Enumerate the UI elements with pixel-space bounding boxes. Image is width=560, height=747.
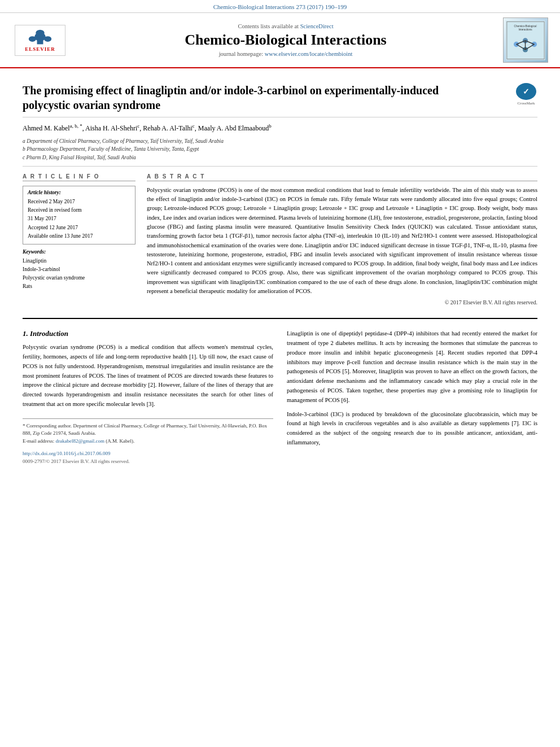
- doi-section: http://dx.doi.org/10.1016/j.cbi.2017.06.…: [23, 451, 273, 456]
- intro-right-text: Linagliptin is one of dipeptidyl peptida…: [287, 329, 537, 448]
- footnote-email[interactable]: drakabel82@gmail.com: [55, 438, 104, 444]
- svg-text:Chemico-Biological: Chemico-Biological: [514, 24, 537, 27]
- main-content: The promising effect of linagliptin and/…: [0, 68, 560, 470]
- body-right-column: Linagliptin is one of dipeptidyl peptida…: [287, 329, 537, 464]
- journal-cover-area: Chemico-Biological Interactions: [500, 18, 551, 63]
- doi-url[interactable]: http://dx.doi.org/10.1016/j.cbi.2017.06.…: [23, 451, 273, 456]
- accepted-date: Accepted 12 June 2017: [28, 224, 130, 232]
- footnote-suffix: (A.M. Kabel).: [106, 438, 134, 444]
- journal-header: ELSEVIER Contents lists available at Sci…: [0, 13, 560, 68]
- sciencedirect-link[interactable]: ScienceDirect: [300, 23, 334, 29]
- svg-text:Interactions: Interactions: [518, 28, 532, 31]
- author2-name: , Aisha H. Al-Shehri: [82, 124, 138, 132]
- svg-point-3: [44, 36, 51, 42]
- body-left-column: 1. Introduction Polycystic ovarian syndr…: [23, 329, 273, 464]
- author3-name: , Rehab A. Al-Talhi: [139, 124, 192, 132]
- keyword-4: Rats: [23, 282, 135, 291]
- svg-point-2: [29, 36, 36, 42]
- journal-citation: Chemico-Biological Interactions 273 (201…: [0, 0, 560, 13]
- journal-cover-image: Chemico-Biological Interactions: [503, 18, 548, 63]
- author1-sup: a, b, *: [70, 123, 82, 129]
- cover-graphic: Chemico-Biological Interactions: [506, 19, 545, 62]
- abstract-copyright: © 2017 Elsevier B.V. All rights reserved…: [147, 299, 537, 305]
- crossmark-badge[interactable]: ✓ CrossMark: [515, 83, 537, 106]
- article-history-box: Article history: Received 2 May 2017 Rec…: [23, 186, 135, 244]
- body-section: 1. Introduction Polycystic ovarian syndr…: [23, 325, 537, 464]
- svg-point-9: [514, 41, 519, 46]
- elsevier-logo-area: ELSEVIER: [9, 18, 71, 63]
- keyword-2: Indole-3-carbinol: [23, 265, 135, 274]
- keyword-3: Polycystic ovarian syndrome: [23, 274, 135, 282]
- received-revised-label: Received in revised form: [28, 206, 130, 215]
- article-title: The promising effect of linagliptin and/…: [23, 83, 485, 112]
- available-online-date: Available online 13 June 2017: [28, 232, 130, 241]
- abstract-column: A B S T R A C T Polycystic ovarian syndr…: [147, 173, 537, 305]
- footnote-text: * Corresponding author. Department of Cl…: [23, 422, 273, 445]
- journal-title-area: Contents lists available at ScienceDirec…: [77, 18, 495, 63]
- authors-line: Ahmed M. Kabela, b, *, Aisha H. Al-Shehr…: [23, 122, 537, 134]
- revised-date: 31 May 2017: [28, 215, 130, 223]
- heavy-divider: [23, 318, 537, 319]
- journal-title: Chemico-Biological Interactions: [185, 32, 386, 49]
- article-info-heading: A R T I C L E I N F O: [23, 173, 135, 181]
- keyword-1: Linagliptin: [23, 257, 135, 265]
- abstract-text: Polycystic ovarian syndrome (PCOS) is on…: [147, 186, 537, 296]
- affiliation-b: b Pharmacology Department, Faculty of Me…: [23, 145, 537, 153]
- affiliation-c: c Pharm D, King Faisal Hospital, Taif, S…: [23, 154, 537, 161]
- affiliations: a Department of Clinical Pharmacy, Colle…: [23, 137, 537, 161]
- email-label: E-mail address:: [23, 438, 54, 444]
- author4-sup: b: [269, 123, 272, 129]
- keywords-title: Keywords:: [23, 249, 135, 255]
- history-title: Article history:: [28, 190, 130, 195]
- introduction-title: 1. Introduction: [23, 329, 273, 338]
- article-title-section: The promising effect of linagliptin and/…: [23, 74, 537, 117]
- author4-name: , Maaly A. Abd Elmaaboud: [195, 124, 269, 132]
- bottom-copyright: 0009-2797/© 2017 Elsevier B.V. All right…: [23, 458, 273, 464]
- authors-section: Ahmed M. Kabela, b, *, Aisha H. Al-Shehr…: [23, 117, 537, 166]
- footnote-section: * Corresponding author. Department of Cl…: [23, 418, 273, 445]
- crossmark-label: CrossMark: [517, 101, 535, 106]
- affiliation-a: a Department of Clinical Pharmacy, Colle…: [23, 137, 537, 145]
- elsevier-tree-icon: [26, 28, 54, 45]
- svg-point-11: [532, 41, 537, 46]
- crossmark-icon: ✓: [516, 83, 536, 100]
- article-info-column: A R T I C L E I N F O Article history: R…: [23, 173, 135, 305]
- contents-line: Contents lists available at ScienceDirec…: [238, 23, 333, 29]
- info-abstract-section: A R T I C L E I N F O Article history: R…: [23, 166, 537, 312]
- keywords-box: Keywords: Linagliptin Indole-3-carbinol …: [23, 249, 135, 291]
- homepage-line: journal homepage: www.elsevier.com/locat…: [219, 51, 353, 57]
- received-date: Received 2 May 2017: [28, 198, 130, 206]
- intro-left-text: Polycystic ovarian syndrome (PCOS) is a …: [23, 343, 273, 409]
- svg-point-4: [36, 30, 44, 36]
- elsevier-logo: ELSEVIER: [15, 25, 65, 56]
- homepage-link[interactable]: www.elsevier.com/locate/chembioint: [265, 51, 353, 57]
- abstract-heading: A B S T R A C T: [147, 173, 537, 181]
- author1-name: Ahmed M. Kabel: [23, 124, 70, 132]
